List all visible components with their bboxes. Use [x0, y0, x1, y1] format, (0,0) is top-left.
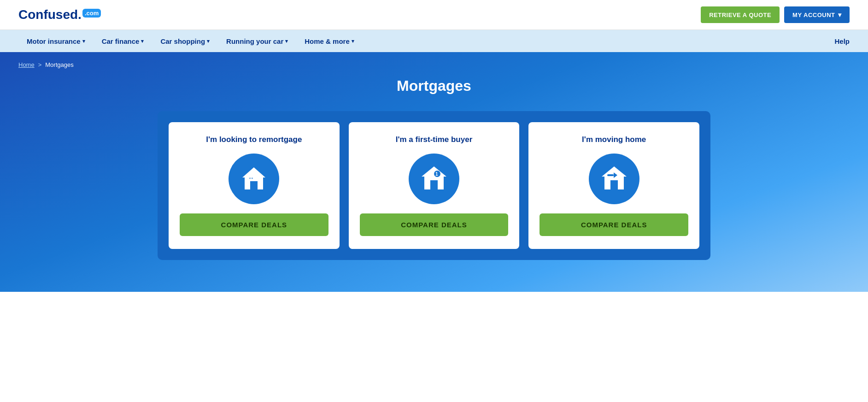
breadcrumb-separator: >: [38, 61, 42, 68]
nav-label-car-shopping: Car shopping: [160, 37, 205, 45]
page-title: Mortgages: [18, 77, 850, 95]
nav-item-running-your-car[interactable]: Running your car ▾: [218, 30, 296, 52]
nav-label-car-finance: Car finance: [102, 37, 140, 45]
svg-text:↔: ↔: [248, 174, 254, 182]
chevron-down-icon: ▾: [352, 38, 354, 44]
logo-dotcom: .com: [82, 9, 101, 18]
nav-items: Motor insurance ▾ Car finance ▾ Car shop…: [18, 30, 363, 52]
cards-wrapper: I'm looking to remortgage ↔ COMPARE DEAL…: [158, 111, 710, 260]
nav-item-car-shopping[interactable]: Car shopping ▾: [152, 30, 218, 52]
moving-home-icon-circle: [589, 154, 639, 204]
first-time-buyer-icon-circle: 1: [409, 154, 459, 204]
svg-rect-1: [250, 181, 258, 189]
card-first-time-buyer-title: I'm a first-time buyer: [396, 135, 473, 144]
compare-deals-moving-button[interactable]: COMPARE DEALS: [540, 213, 688, 236]
nav-label-home-more: Home & more: [305, 37, 350, 45]
card-remortgage-title: I'm looking to remortgage: [206, 135, 302, 144]
chevron-down-icon: ▾: [207, 38, 210, 44]
svg-rect-4: [430, 180, 438, 189]
hero-section: Home > Mortgages Mortgages I'm looking t…: [0, 52, 868, 292]
card-remortgage: I'm looking to remortgage ↔ COMPARE DEAL…: [169, 122, 340, 249]
below-hero: [0, 292, 868, 329]
card-first-time-buyer: I'm a first-time buyer 1 COMPARE DEALS: [349, 122, 520, 249]
chevron-down-icon: ▾: [141, 38, 144, 44]
first-time-buyer-house-icon: 1: [418, 163, 450, 195]
chevron-down-icon: ▾: [82, 38, 85, 44]
remortgage-house-icon: ↔: [238, 163, 270, 195]
card-moving-home: I'm moving home COMPARE DEALS: [528, 122, 699, 249]
site-logo[interactable]: Confused..com: [18, 7, 101, 22]
nav-help[interactable]: Help: [834, 37, 850, 45]
main-nav: Motor insurance ▾ Car finance ▾ Car shop…: [0, 30, 868, 52]
compare-deals-remortgage-button[interactable]: COMPARE DEALS: [180, 213, 328, 236]
header-buttons: RETRIEVE A QUOTE MY ACCOUNT: [701, 6, 850, 23]
svg-rect-9: [607, 174, 614, 176]
retrieve-quote-button[interactable]: RETRIEVE A QUOTE: [701, 6, 780, 23]
nav-item-home-more[interactable]: Home & more ▾: [296, 30, 363, 52]
svg-rect-8: [610, 180, 618, 189]
nav-label-running-your-car: Running your car: [226, 37, 283, 45]
nav-label-motor-insurance: Motor insurance: [27, 37, 81, 45]
nav-item-car-finance[interactable]: Car finance ▾: [94, 30, 152, 52]
logo-text: Confused.: [18, 7, 82, 22]
moving-home-house-icon: [598, 163, 630, 195]
breadcrumb-home[interactable]: Home: [18, 61, 35, 68]
nav-item-motor-insurance[interactable]: Motor insurance ▾: [18, 30, 94, 52]
compare-deals-first-time-button[interactable]: COMPARE DEALS: [360, 213, 509, 236]
breadcrumb: Home > Mortgages: [18, 61, 850, 68]
site-header: Confused..com RETRIEVE A QUOTE MY ACCOUN…: [0, 0, 868, 30]
card-moving-home-title: I'm moving home: [582, 135, 646, 144]
breadcrumb-current: Mortgages: [45, 61, 73, 68]
remortgage-icon-circle: ↔: [229, 154, 279, 204]
my-account-button[interactable]: MY ACCOUNT: [784, 6, 850, 23]
chevron-down-icon: ▾: [285, 38, 288, 44]
svg-text:1: 1: [435, 171, 438, 177]
